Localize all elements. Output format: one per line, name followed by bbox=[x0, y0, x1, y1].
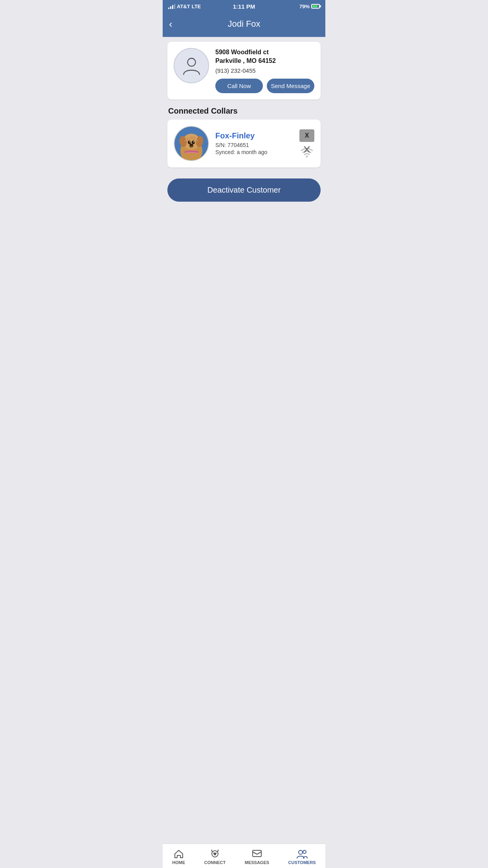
svg-point-9 bbox=[190, 136, 193, 139]
deactivate-section: Deactivate Customer bbox=[163, 174, 325, 208]
svg-point-7 bbox=[187, 138, 190, 141]
call-now-button[interactable]: Call Now bbox=[215, 79, 263, 93]
network-label: LTE bbox=[192, 4, 201, 9]
deactivate-customer-button[interactable]: Deactivate Customer bbox=[167, 178, 321, 202]
svg-point-15 bbox=[193, 141, 194, 142]
dog-photo-svg bbox=[174, 127, 208, 160]
collar-info: Fox-Finley S/N: 7704651 Synced: a month … bbox=[215, 131, 293, 155]
address-line2: Parkville , MO 64152 bbox=[215, 57, 314, 65]
action-buttons: Call Now Send Message bbox=[215, 79, 314, 93]
collar-status-icons: X bbox=[299, 129, 314, 158]
svg-point-16 bbox=[189, 143, 193, 146]
svg-point-0 bbox=[187, 58, 195, 66]
header: ‹ Jodi Fox bbox=[163, 13, 325, 37]
connected-collars-title: Connected Collars bbox=[167, 107, 321, 116]
avatar bbox=[174, 48, 209, 83]
signal-bars-icon bbox=[168, 4, 175, 9]
main-content: 5908 Woodfield ct Parkville , MO 64152 (… bbox=[163, 37, 325, 167]
collar-sync-status: Synced: a month ago bbox=[215, 149, 293, 155]
address-line1: 5908 Woodfield ct bbox=[215, 48, 314, 57]
collar-name: Fox-Finley bbox=[215, 131, 293, 140]
collar-serial-number: S/N: 7704651 bbox=[215, 142, 293, 148]
status-left: AT&T LTE bbox=[168, 4, 201, 9]
svg-point-13 bbox=[192, 140, 195, 144]
person-icon bbox=[181, 55, 202, 77]
svg-point-12 bbox=[188, 140, 191, 144]
customer-card: 5908 Woodfield ct Parkville , MO 64152 (… bbox=[167, 42, 321, 99]
customer-address: 5908 Woodfield ct Parkville , MO 64152 bbox=[215, 48, 314, 66]
pet-photo bbox=[174, 126, 209, 161]
carrier-label: AT&T bbox=[177, 4, 190, 9]
collar-card: Fox-Finley S/N: 7704651 Synced: a month … bbox=[167, 120, 321, 167]
battery-icon bbox=[311, 4, 320, 9]
svg-point-11 bbox=[184, 139, 187, 142]
svg-point-8 bbox=[193, 137, 196, 140]
status-time: 1:11 PM bbox=[233, 3, 255, 10]
wifi-disconnected-icon bbox=[300, 145, 314, 158]
battery-percent: 79% bbox=[299, 4, 310, 9]
svg-point-14 bbox=[189, 141, 191, 142]
battery-fill bbox=[312, 5, 317, 7]
page-title: Jodi Fox bbox=[227, 19, 260, 29]
svg-point-17 bbox=[306, 155, 308, 157]
send-message-button[interactable]: Send Message bbox=[267, 79, 314, 93]
status-bar: AT&T LTE 1:11 PM 79% bbox=[163, 0, 325, 13]
status-right: 79% bbox=[299, 4, 320, 9]
customer-info: 5908 Woodfield ct Parkville , MO 64152 (… bbox=[215, 48, 314, 93]
customer-phone: (913) 232-0455 bbox=[215, 67, 314, 74]
wifi-x-svg bbox=[300, 145, 314, 158]
back-button[interactable]: ‹ bbox=[169, 17, 176, 31]
x-box-icon: X bbox=[299, 129, 314, 142]
svg-point-10 bbox=[196, 140, 198, 142]
